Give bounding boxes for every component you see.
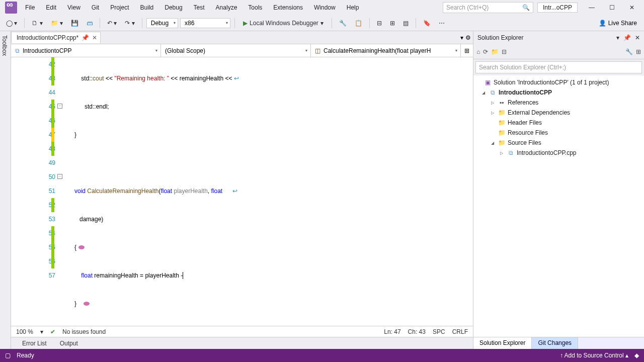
menu-build[interactable]: Build — [135, 2, 159, 13]
solution-node[interactable]: ▣ Solution 'IntroductiontoCPP' (1 of 1 p… — [473, 77, 644, 87]
sol-tool-1[interactable]: ⟳ — [483, 48, 488, 55]
solution-tree[interactable]: ▣ Solution 'IntroductiontoCPP' (1 of 1 p… — [473, 75, 644, 337]
references-icon: ▪▪ — [498, 99, 506, 107]
nav-member-combo[interactable]: ◫ CalculateRemainingHealth(float playerH — [311, 44, 461, 57]
code-editor[interactable]: 42 43 44 45− 46 47 48 49 50− 51 52 53 54… — [11, 57, 473, 326]
menu-debug[interactable]: Debug — [159, 2, 187, 13]
new-button[interactable]: 🗋 ▾ — [29, 18, 45, 29]
menu-tools[interactable]: Tools — [243, 2, 267, 13]
tool-btn-6[interactable]: ⋯ — [436, 18, 448, 29]
tabs-dropdown-icon[interactable]: ▾ — [460, 34, 463, 41]
bookmark-icon[interactable]: 🔖 — [420, 18, 434, 29]
external-deps-node[interactable]: ▷ 📁 External Dependencies — [473, 108, 644, 118]
doc-tab-active[interactable]: IntroductiontoCPP.cpp* 📌 ✕ — [11, 32, 101, 43]
project-badge[interactable]: Intr...oCPP — [537, 3, 578, 13]
crlf-status: CRLF — [452, 328, 468, 335]
nav-project-combo[interactable]: ⧉ IntroductiontoCPP — [11, 44, 161, 57]
repo-icon[interactable]: ◆ — [634, 352, 639, 359]
open-button[interactable]: 📁 ▾ — [48, 18, 66, 29]
live-share-label: Live Share — [608, 20, 637, 27]
sol-tool-3[interactable]: ⊟ — [502, 48, 507, 55]
bottom-tabs: Error List Output — [11, 337, 473, 349]
close-icon[interactable]: ✕ — [622, 1, 642, 15]
sol-tab-git[interactable]: Git Changes — [532, 337, 578, 349]
menu-file[interactable]: File — [20, 2, 40, 13]
sol-tool-4[interactable]: ⊞ — [636, 48, 641, 55]
header-files-node[interactable]: 📁 Header Files — [473, 118, 644, 128]
hdr-label: Header Files — [508, 119, 542, 126]
sol-title: Solution Explorer — [477, 34, 523, 41]
zoom-level[interactable]: 100 % — [16, 328, 33, 335]
sol-dropdown-icon[interactable]: ▾ — [616, 34, 619, 41]
wrench-icon[interactable]: 🔧 — [625, 48, 633, 55]
menu-project[interactable]: Project — [105, 2, 134, 13]
error-list-tab[interactable]: Error List — [16, 338, 53, 349]
sol-pin-icon[interactable]: 📌 — [623, 34, 631, 41]
save-all-button[interactable]: 🗃 — [84, 18, 96, 29]
output-tab[interactable]: Output — [54, 338, 84, 349]
sol-toolbar: ⌂ ⟳ 📁 ⊟ 🔧 ⊞ — [473, 44, 644, 59]
expander-icon[interactable]: ◢ — [490, 141, 496, 145]
sol-tabs: Solution Explorer Git Changes — [473, 337, 644, 349]
back-button[interactable]: ◯ ▾ — [3, 18, 20, 29]
nav-scope-combo[interactable]: (Global Scope) — [161, 44, 311, 57]
cpp-icon: ⧉ — [15, 47, 20, 54]
expander-icon[interactable]: ▷ — [490, 101, 496, 105]
undo-button[interactable]: ↶ ▾ — [104, 18, 120, 29]
save-button[interactable]: 💾 — [68, 18, 82, 29]
doc-tabs: IntroductiontoCPP.cpp* 📌 ✕ ▾ ⚙ — [11, 31, 473, 44]
tool-btn-5[interactable]: ▤ — [400, 18, 412, 29]
menu-git[interactable]: Git — [87, 2, 104, 13]
vs-logo — [5, 2, 17, 14]
line-gutter: 42 43 44 45− 46 47 48 49 50− 51 52 53 54… — [11, 57, 64, 326]
split-icon[interactable]: ⊞ — [461, 44, 473, 57]
cpp-file-node[interactable]: ▷ ⧉ IntroductiontoCPP.cpp — [473, 148, 644, 158]
tool-btn-2[interactable]: 📋 — [352, 18, 365, 29]
tabs-gear-icon[interactable]: ⚙ — [465, 34, 471, 41]
menu-extensions[interactable]: Extensions — [268, 2, 308, 13]
minimize-icon[interactable]: — — [582, 1, 602, 15]
solution-label: Solution 'IntroductiontoCPP' (1 of 1 pro… — [494, 79, 609, 86]
tool-btn-3[interactable]: ⊟ — [374, 18, 385, 29]
home-icon[interactable]: ⌂ — [476, 48, 480, 55]
pin-icon[interactable]: 📌 — [82, 34, 89, 41]
tool-btn-1[interactable]: 🔧 — [336, 18, 350, 29]
menu-view[interactable]: View — [62, 2, 86, 13]
start-label: Local Windows Debugger — [250, 20, 318, 27]
sol-tab-explorer[interactable]: Solution Explorer — [473, 337, 532, 349]
code-content[interactable]: std::cout << "Remaining health: " << rem… — [64, 57, 473, 326]
project-icon: ⧉ — [489, 88, 497, 97]
expander-icon[interactable]: ◢ — [480, 90, 487, 95]
menu-edit[interactable]: Edit — [41, 2, 61, 13]
start-debug-button[interactable]: ▶ Local Windows Debugger ▾ — [239, 19, 328, 28]
maximize-icon[interactable]: ☐ — [602, 1, 622, 15]
tab-close-icon[interactable]: ✕ — [92, 34, 97, 41]
ok-icon: ✔ — [50, 328, 55, 335]
live-share-button[interactable]: 👤 Live Share — [595, 18, 641, 29]
toolbox-tab[interactable]: Toolbox — [0, 31, 11, 349]
sol-search-placeholder: Search Solution Explorer (Ctrl+;) — [479, 64, 566, 71]
ln-status: Ln: 47 — [384, 328, 400, 335]
redo-button[interactable]: ↷ ▾ — [122, 18, 137, 29]
folder-icon: 📁 — [498, 129, 506, 137]
share-icon: 👤 — [599, 20, 606, 27]
source-control-button[interactable]: ↑ Add to Source Control ▴ — [560, 352, 628, 359]
platform-combo[interactable]: x86 — [180, 18, 230, 28]
tool-btn-4[interactable]: ⊞ — [387, 18, 398, 29]
menu-window[interactable]: Window — [309, 2, 341, 13]
references-node[interactable]: ▷ ▪▪ References — [473, 98, 644, 108]
expander-icon[interactable]: ▷ — [499, 151, 505, 155]
config-combo[interactable]: Debug — [146, 18, 178, 28]
menu-test[interactable]: Test — [189, 2, 210, 13]
sol-close-icon[interactable]: ✕ — [635, 34, 640, 41]
search-input[interactable]: Search (Ctrl+Q) 🔍 — [443, 2, 533, 13]
menu-analyze[interactable]: Analyze — [211, 2, 243, 13]
menu-help[interactable]: Help — [342, 2, 364, 13]
expander-icon[interactable]: ▷ — [490, 111, 496, 115]
sol-tool-2[interactable]: 📁 — [491, 48, 499, 55]
resource-files-node[interactable]: 📁 Resource Files — [473, 128, 644, 138]
project-node[interactable]: ◢ ⧉ IntroductiontoCPP — [473, 87, 644, 98]
search-placeholder: Search (Ctrl+Q) — [446, 4, 489, 11]
sol-search-input[interactable]: Search Solution Explorer (Ctrl+;) — [475, 61, 642, 73]
source-files-node[interactable]: ◢ 📁 Source Files — [473, 138, 644, 148]
